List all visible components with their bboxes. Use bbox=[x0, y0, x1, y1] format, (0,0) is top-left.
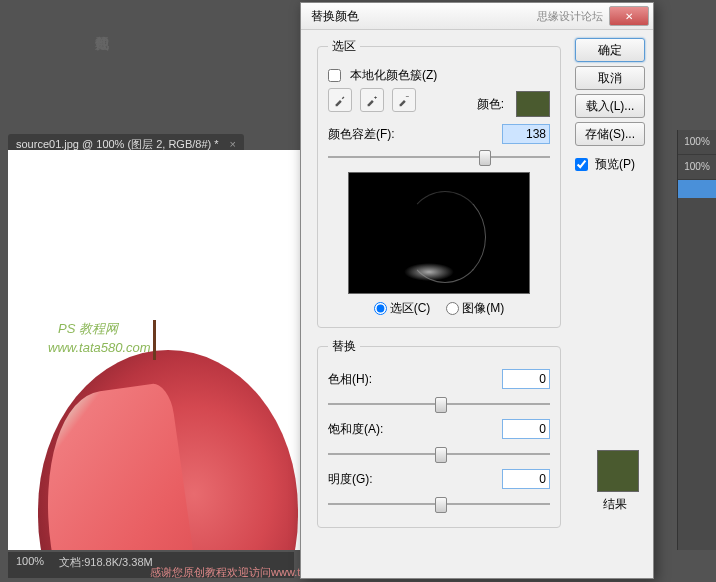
save-button[interactable]: 存储(S)... bbox=[575, 122, 645, 146]
selection-group: 选区 本地化颜色簇(Z) + − 颜色: 颜色容差(F): bbox=[317, 38, 561, 328]
doc-info: 文档:918.8K/3.38M bbox=[59, 555, 153, 575]
hue-input[interactable] bbox=[502, 369, 550, 389]
canvas[interactable]: PS 教程网 www.tata580.com bbox=[8, 150, 300, 550]
eyedropper-minus-icon[interactable]: − bbox=[392, 88, 416, 112]
localize-checkbox[interactable] bbox=[328, 69, 341, 82]
panel-value-1[interactable]: 100% bbox=[678, 130, 716, 155]
svg-text:−: − bbox=[406, 93, 410, 100]
replace-legend: 替换 bbox=[328, 338, 360, 355]
hue-thumb[interactable] bbox=[435, 397, 447, 413]
slider-thumb[interactable] bbox=[479, 150, 491, 166]
result-box: 结果 bbox=[591, 450, 639, 513]
hue-slider[interactable] bbox=[328, 395, 550, 413]
watermark-line1: PS 教程网 bbox=[58, 320, 118, 338]
fuzziness-input[interactable] bbox=[502, 124, 550, 144]
replace-group: 替换 色相(H): 饱和度(A): 明度(G): bbox=[317, 338, 561, 528]
fuzziness-slider[interactable] bbox=[328, 148, 550, 166]
result-label: 结果 bbox=[591, 496, 639, 513]
panel-value-2[interactable]: 100% bbox=[678, 155, 716, 180]
zoom-level[interactable]: 100% bbox=[16, 555, 44, 575]
ok-button[interactable]: 确定 bbox=[575, 38, 645, 62]
radio-selection-input[interactable] bbox=[374, 302, 387, 315]
selection-legend: 选区 bbox=[328, 38, 360, 55]
window-close-button[interactable]: ✕ bbox=[609, 6, 649, 26]
image-flesh bbox=[31, 382, 206, 550]
color-label: 颜色: bbox=[477, 96, 504, 113]
close-icon[interactable]: × bbox=[230, 138, 236, 150]
result-swatch[interactable] bbox=[597, 450, 639, 492]
image-content bbox=[38, 350, 298, 550]
light-thumb[interactable] bbox=[435, 497, 447, 513]
sat-label: 饱和度(A): bbox=[328, 421, 398, 438]
radio-selection[interactable]: 选区(C) bbox=[374, 300, 431, 317]
radio-image[interactable]: 图像(M) bbox=[446, 300, 504, 317]
preview-checkbox[interactable] bbox=[575, 158, 588, 171]
radio-image-input[interactable] bbox=[446, 302, 459, 315]
svg-text:+: + bbox=[374, 93, 378, 100]
cancel-button[interactable]: 取消 bbox=[575, 66, 645, 90]
selection-color-swatch[interactable] bbox=[516, 91, 550, 117]
preview-label: 预览(P) bbox=[595, 156, 635, 173]
light-label: 明度(G): bbox=[328, 471, 398, 488]
hue-label: 色相(H): bbox=[328, 371, 398, 388]
sat-slider[interactable] bbox=[328, 445, 550, 463]
layer-selected[interactable] bbox=[678, 180, 716, 198]
fuzziness-label: 颜色容差(F): bbox=[328, 126, 395, 143]
selection-preview bbox=[348, 172, 530, 294]
localize-label: 本地化颜色簇(Z) bbox=[350, 67, 437, 84]
light-slider[interactable] bbox=[328, 495, 550, 513]
sat-thumb[interactable] bbox=[435, 447, 447, 463]
slider-track bbox=[328, 156, 550, 158]
eyedropper-icon[interactable] bbox=[328, 88, 352, 112]
tab-title: source01.jpg @ 100% (图层 2, RGB/8#) * bbox=[16, 138, 219, 150]
titlebar[interactable]: 替换颜色 思缘设计论坛 ✕ bbox=[301, 3, 653, 30]
preview-highlight bbox=[404, 263, 454, 281]
localize-row[interactable]: 本地化颜色簇(Z) bbox=[328, 67, 550, 84]
dialog-buttons: 确定 取消 载入(L)... 存储(S)... 预览(P) bbox=[575, 38, 645, 173]
preview-checkbox-wrap[interactable]: 预览(P) bbox=[575, 156, 645, 173]
replace-color-dialog: 替换颜色 思缘设计论坛 ✕ 确定 取消 载入(L)... 存储(S)... 预览… bbox=[300, 2, 654, 579]
right-panel: 100% 100% bbox=[677, 130, 716, 550]
light-input[interactable] bbox=[502, 469, 550, 489]
watermark-line2: www.tata580.com bbox=[48, 340, 151, 355]
forum-watermark: 思缘设计论坛 bbox=[537, 9, 603, 24]
sat-input[interactable] bbox=[502, 419, 550, 439]
load-button[interactable]: 载入(L)... bbox=[575, 94, 645, 118]
eyedropper-plus-icon[interactable]: + bbox=[360, 88, 384, 112]
